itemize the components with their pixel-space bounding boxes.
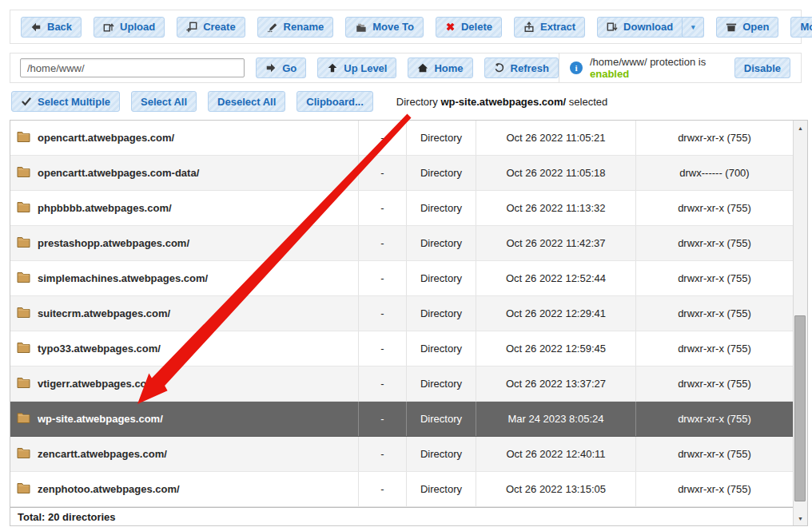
download-button-label: Download [623,21,673,33]
cell-size: - [359,156,407,190]
deselect-all-label: Deselect All [217,96,276,108]
extract-button-label: Extract [540,21,575,33]
cell-modified: Oct 26 2022 12:40:11 [476,437,636,471]
name-cell[interactable]: vtigerr.atwebpages.com/ [10,367,359,401]
clipboard-button[interactable]: Clipboard... [297,91,373,112]
name-cell[interactable]: prestashopp.atwebpages.com/ [10,226,359,260]
path-input[interactable] [20,58,245,77]
folder-icon [17,482,30,496]
table-row[interactable]: zenphotoo.atwebpages.com/ - Directory Oc… [10,472,793,507]
folder-icon [17,236,30,250]
open-button[interactable]: Open [716,17,778,38]
table-row[interactable]: zencartt.atwebpages.com/ - Directory Oct… [10,437,793,472]
name-cell[interactable]: typo33.atwebpages.com/ [10,331,359,366]
table-row[interactable]: prestashopp.atwebpages.com/ - Directory … [10,226,793,261]
cell-modified: Oct 26 2022 11:05:18 [476,156,636,190]
table-row[interactable]: typo33.atwebpages.com/ - Directory Oct 2… [10,331,793,367]
extract-button[interactable]: Extract [514,17,585,38]
table-row[interactable]: vtigerr.atwebpages.com/ - Directory Oct … [10,367,793,402]
go-button[interactable]: Go [256,57,306,78]
name-cell[interactable]: zenphotoo.atwebpages.com/ [10,472,359,506]
dir-name: zencartt.atwebpages.com/ [38,448,167,460]
scrollbar-thumb[interactable] [794,315,806,501]
dir-name: typo33.atwebpages.com/ [38,343,161,355]
go-button-label: Go [282,62,297,74]
dir-name: prestashopp.atwebpages.com/ [38,237,189,249]
folder-icon [17,412,30,426]
download-icon [607,22,618,33]
protection-status-value: enabled [590,68,629,80]
cell-perms: drwxr-xr-x (755) [636,121,793,155]
cell-type: Directory [407,367,476,401]
name-cell[interactable]: opencartt.atwebpages.com-data/ [10,156,359,190]
cell-perms: drwx------ (700) [636,156,793,190]
cell-type: Directory [407,331,476,366]
cell-perms: drwxr-xr-x (755) [636,331,793,366]
select-all-label: Select All [141,96,187,108]
download-dropdown-button[interactable]: ▾ [683,17,704,38]
cell-perms: drwxr-xr-x (755) [636,402,793,436]
deselect-all-button[interactable]: Deselect All [208,91,285,112]
name-cell[interactable]: zencartt.atwebpages.com/ [10,437,359,471]
cell-type: Directory [407,261,476,295]
name-cell[interactable]: simplemachines.atwebpages.com/ [10,261,359,295]
move-to-button[interactable]: Move To [345,17,424,38]
cell-size: - [359,472,407,506]
select-multiple-label: Select Multiple [38,96,110,108]
cell-perms: drwxr-xr-x (755) [636,191,793,225]
folder-icon [17,131,30,145]
table-row[interactable]: simplemachines.atwebpages.com/ - Directo… [10,261,793,296]
upload-button[interactable]: Upload [94,17,165,38]
cell-size: - [359,191,407,225]
cell-type: Directory [407,402,476,436]
rename-button[interactable]: Rename [257,17,334,38]
rename-pencil-icon [267,22,278,33]
name-cell[interactable]: phpbbbb.atwebpages.com/ [10,191,359,225]
open-button-label: Open [742,21,769,33]
table-row[interactable]: opencartt.atwebpages.com-data/ - Directo… [10,156,793,191]
up-level-button-label: Up Level [344,62,387,74]
selection-status-text: Directory wp-site.atwebpages.com/ select… [396,96,607,108]
download-button[interactable]: Download [597,17,683,38]
back-arrow-icon [30,22,42,33]
refresh-button[interactable]: Refresh [484,57,559,78]
back-button[interactable]: Back [21,17,82,38]
chevron-down-icon: ▾ [691,23,695,31]
select-multiple-button[interactable]: Select Multiple [11,91,120,112]
table-row[interactable]: phpbbbb.atwebpages.com/ - Directory Oct … [10,191,793,226]
table-row[interactable]: opencartt.atwebpages.com/ - Directory Oc… [10,121,793,156]
name-cell[interactable]: opencartt.atwebpages.com/ [10,121,359,155]
protection-status-text: /home/www/ protection is enabled [590,56,727,80]
home-button[interactable]: Home [408,57,472,78]
cell-type: Directory [407,191,476,225]
cell-perms: drwxr-xr-x (755) [636,472,793,506]
more-button-label: More... [800,21,812,33]
cell-size: - [359,296,407,331]
move-to-button-label: Move To [372,21,414,33]
delete-button[interactable]: Delete [436,17,502,38]
cell-modified: Oct 26 2022 13:15:05 [476,472,636,506]
folder-icon [17,342,30,355]
disable-button-label: Disable [744,62,781,74]
table-row[interactable]: wp-site.atwebpages.com/ - Directory Mar … [10,402,793,437]
create-button[interactable]: Create [177,17,245,38]
disable-protection-button[interactable]: Disable [734,57,790,78]
vertical-scrollbar[interactable]: ▲ ▼ [793,121,807,525]
name-cell[interactable]: suitecrm.atwebpages.com/ [10,296,359,331]
more-button[interactable]: More... [790,17,812,38]
cell-perms: drwxr-xr-x (755) [636,296,793,331]
path-section: Go Up Level Home Refresh [10,53,559,82]
cell-type: Directory [407,437,476,471]
cell-modified: Oct 26 2022 12:52:44 [476,261,636,295]
scroll-up-arrow-icon[interactable]: ▲ [794,121,807,134]
up-level-button[interactable]: Up Level [317,57,396,78]
table-row[interactable]: suitecrm.atwebpages.com/ - Directory Oct… [10,296,793,331]
cell-modified: Oct 26 2022 12:29:41 [476,296,636,331]
navigation-bar: Go Up Level Home Refresh i /home/www/ pr… [10,53,802,83]
cell-type: Directory [407,296,476,331]
scroll-down-arrow-icon[interactable]: ▼ [794,512,807,525]
select-all-button[interactable]: Select All [131,91,197,112]
checkmark-icon [21,97,32,106]
name-cell[interactable]: wp-site.atwebpages.com/ [10,402,359,436]
clipboard-label: Clipboard... [306,96,364,108]
